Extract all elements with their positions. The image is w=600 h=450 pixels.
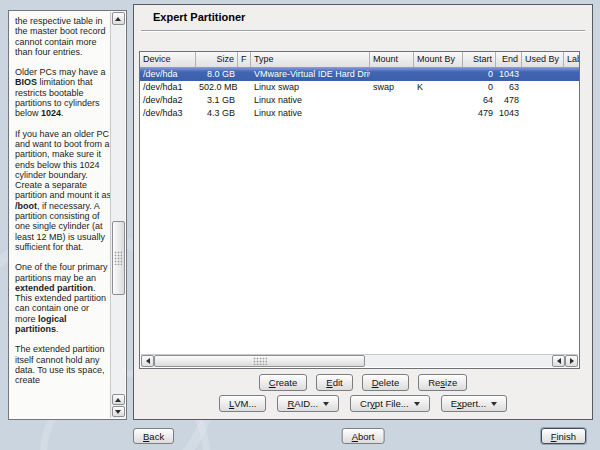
button-label-part: VM... xyxy=(234,398,256,409)
button-label-part: ack xyxy=(149,431,164,442)
table-cell: 0 xyxy=(463,81,496,94)
table-cell: 1043 xyxy=(496,107,522,120)
table-cell: 3.1 GB xyxy=(196,94,238,107)
button-label-part: ize xyxy=(445,377,457,388)
scrollbar-thumb[interactable] xyxy=(112,221,125,295)
table-cell: 4.3 GB xyxy=(196,107,238,120)
table-row[interactable]: /dev/hda34.3 GBLinux native4791043 xyxy=(140,107,579,120)
table-cell: 478 xyxy=(496,94,522,107)
raid-menu-button[interactable]: RAID... xyxy=(277,395,339,412)
column-header-f[interactable]: F xyxy=(238,52,251,67)
scroll-up-button[interactable] xyxy=(112,12,125,25)
button-label-part: bort xyxy=(358,431,374,442)
create-button[interactable]: Create xyxy=(259,374,308,391)
table-cell xyxy=(238,81,251,94)
help-bold-text: extended partition xyxy=(15,283,93,293)
help-text: the respective table in the master boot … xyxy=(15,16,112,418)
help-bold-text: /boot xyxy=(15,201,37,211)
wizard-content-panel: Expert Partitioner DeviceSizeFTypeMountM… xyxy=(133,4,593,420)
finish-button[interactable]: Finish xyxy=(541,428,586,444)
table-row[interactable]: /dev/hda8.0 GBVMware-Virtual IDE Hard Dr… xyxy=(140,68,579,81)
installer-window: the respective table in the master boot … xyxy=(0,0,600,450)
left-arrow-icon xyxy=(557,358,561,364)
table-cell: /dev/hda1 xyxy=(140,81,196,94)
button-label-part: Cr xyxy=(360,398,370,409)
column-header-size[interactable]: Size xyxy=(196,52,238,67)
table-cell: 479 xyxy=(463,107,496,120)
dropdown-arrow-icon xyxy=(491,402,497,406)
table-row[interactable]: /dev/hda23.1 GBLinux native64478 xyxy=(140,94,579,107)
scrollbar-button-group xyxy=(112,394,125,417)
table-cell: Linux native xyxy=(251,107,370,120)
button-label-part: pt File... xyxy=(375,398,409,409)
help-panel: the respective table in the master boot … xyxy=(8,10,127,420)
table-header-row: DeviceSizeFTypeMountMount ByStartEndUsed… xyxy=(140,52,579,68)
back-button[interactable]: Back xyxy=(133,428,174,444)
scrollbar-thumb[interactable] xyxy=(154,355,365,367)
scroll-left-button[interactable] xyxy=(141,355,154,367)
button-label-part: Re xyxy=(428,377,440,388)
table-cell xyxy=(564,107,580,120)
up-arrow-icon xyxy=(115,398,121,402)
scroll-down-button[interactable] xyxy=(112,406,125,417)
edit-button[interactable]: Edit xyxy=(316,374,352,391)
help-text-segment: One of the four primary partitions may b… xyxy=(15,262,108,282)
column-header-used-by[interactable]: Used By xyxy=(522,52,564,67)
scrollbar-grip xyxy=(114,251,122,265)
help-paragraph: Older PCs may have a BIOS limitation tha… xyxy=(15,67,112,118)
table-row[interactable]: /dev/hda1502.0 MBLinux swapswapK063 xyxy=(140,81,579,94)
button-label-part: inish xyxy=(556,431,576,442)
table-cell: 63 xyxy=(496,81,522,94)
table-cell xyxy=(414,107,463,120)
scrollbar-track[interactable] xyxy=(365,355,552,367)
button-label-part: R xyxy=(287,398,294,409)
help-text-segment: . xyxy=(61,108,64,118)
column-header-device[interactable]: Device xyxy=(140,52,196,67)
column-header-start[interactable]: Start xyxy=(463,52,496,67)
column-header-mount-by[interactable]: Mount By xyxy=(414,52,463,67)
abort-button[interactable]: Abort xyxy=(342,428,385,444)
table-cell xyxy=(564,94,580,107)
column-header-type[interactable]: Type xyxy=(251,52,370,67)
table-cell: 1043 xyxy=(496,68,522,81)
delete-button[interactable]: Delete xyxy=(362,374,409,391)
column-header-mount[interactable]: Mount xyxy=(370,52,414,67)
help-scrollbar[interactable] xyxy=(110,12,125,418)
lvm-button[interactable]: LVM... xyxy=(219,395,266,412)
table-cell: /dev/hda xyxy=(140,68,196,81)
column-header-end[interactable]: End xyxy=(496,52,522,67)
table-cell xyxy=(522,81,564,94)
partition-table[interactable]: DeviceSizeFTypeMountMount ByStartEndUsed… xyxy=(139,51,580,369)
table-cell xyxy=(564,68,580,81)
table-cell xyxy=(414,94,463,107)
help-bold-text: 1024 xyxy=(41,108,61,118)
table-cell xyxy=(238,68,251,81)
table-cell xyxy=(522,68,564,81)
scroll-left-button[interactable] xyxy=(552,355,565,367)
table-horizontal-scrollbar[interactable] xyxy=(141,354,578,367)
scroll-right-button[interactable] xyxy=(565,355,578,367)
table-cell: /dev/hda3 xyxy=(140,107,196,120)
column-header-lab[interactable]: Lab xyxy=(564,52,580,67)
scrollbar-grip xyxy=(253,357,267,365)
down-arrow-icon xyxy=(115,410,121,414)
dropdown-arrow-icon xyxy=(323,402,329,406)
table-cell xyxy=(370,94,414,107)
scrollbar-track[interactable] xyxy=(112,25,125,394)
help-paragraph: One of the four primary partitions may b… xyxy=(15,262,112,334)
crypt-file-menu-button[interactable]: Crypt File... xyxy=(350,395,430,412)
help-paragraph: If you have an older PC and want to boot… xyxy=(15,129,112,253)
advanced-actions-row: LVM... RAID... Crypt File... Expert... xyxy=(134,395,592,412)
help-paragraph: the respective table in the master boot … xyxy=(15,16,112,57)
button-label-part: reate xyxy=(276,377,298,388)
left-arrow-icon xyxy=(146,358,150,364)
page-title: Expert Partitioner xyxy=(153,11,245,23)
expert-menu-button[interactable]: Expert... xyxy=(441,395,507,412)
resize-button[interactable]: Resize xyxy=(418,374,467,391)
help-text-segment: . xyxy=(56,324,59,334)
help-paragraph: The extended partition itself cannot hol… xyxy=(15,344,112,385)
table-cell xyxy=(370,107,414,120)
table-body: /dev/hda8.0 GBVMware-Virtual IDE Hard Dr… xyxy=(140,68,579,120)
scroll-up-button[interactable] xyxy=(112,394,125,405)
help-text-segment: The extended partition itself cannot hol… xyxy=(15,344,105,385)
